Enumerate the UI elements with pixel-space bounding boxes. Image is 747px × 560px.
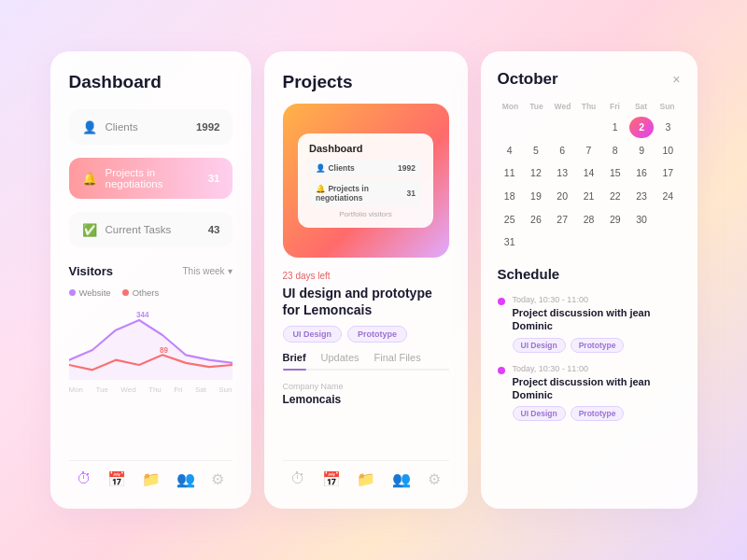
schedule-content-1: Today, 10:30 - 11:00 Project discussion … [513, 295, 681, 353]
company-field-label: Company Name [283, 382, 449, 391]
chevron-down-icon: ▾ [228, 266, 233, 276]
tasks-value: 43 [208, 224, 220, 235]
nav-settings-icon-2[interactable]: ⚙ [428, 470, 441, 488]
cal-date-15[interactable]: 15 [603, 162, 627, 184]
visitors-chart: 344 89 [69, 305, 233, 380]
cal-date-23[interactable]: 23 [629, 186, 654, 207]
chart-labels: Mon Tue Wed Thu Fri Sat Sun [69, 385, 233, 394]
tag-ui-design[interactable]: UI Design [283, 326, 343, 343]
stat-tasks[interactable]: ✅ Current Tasks 43 [69, 212, 233, 247]
cal-date-9[interactable]: 9 [629, 140, 654, 161]
cal-date-21[interactable]: 21 [576, 186, 600, 207]
cal-date-1[interactable]: 1 [603, 117, 627, 138]
schedule-list: Today, 10:30 - 11:00 Project discussion … [498, 295, 681, 421]
visitors-legend: Website Others [69, 287, 233, 298]
nav-timer-icon-2[interactable]: ⏱ [290, 470, 305, 488]
cal-date-19[interactable]: 19 [524, 186, 548, 207]
stat-negotiations[interactable]: 🔔 Projects in negotiations 31 [69, 158, 233, 199]
tasks-label: Current Tasks [106, 224, 201, 235]
projects-card: Projects Dashboard 👤 Clients 1992 🔔 Proj… [264, 51, 468, 509]
cal-date-17[interactable]: 17 [655, 162, 680, 184]
preview-row-negotiations: 🔔 Projects in negotiations 31 [309, 180, 422, 206]
nav-timer-icon[interactable]: ⏱ [77, 470, 92, 488]
close-button[interactable]: × [672, 72, 680, 87]
cal-date-16[interactable]: 16 [629, 162, 654, 184]
cal-date-18[interactable]: 18 [498, 186, 522, 207]
project-preview: Dashboard 👤 Clients 1992 🔔 Projects in n… [283, 104, 449, 258]
preview-inner: Dashboard 👤 Clients 1992 🔔 Projects in n… [298, 133, 433, 228]
visitors-filter[interactable]: This week ▾ [182, 266, 232, 276]
project-tabs: Brief Updates Final Files [283, 352, 449, 371]
cal-date-4[interactable]: 4 [498, 140, 522, 161]
calendar-dates: 1 2 3 4 5 6 7 8 9 10 11 12 13 14 15 16 1… [498, 117, 681, 253]
sched-tag-prototype-1[interactable]: Prototype [571, 338, 625, 353]
projects-title: Projects [283, 72, 449, 92]
cal-date-24[interactable]: 24 [655, 186, 680, 207]
schedule-dot-2 [498, 367, 505, 374]
nav-folder-icon[interactable]: 📁 [142, 470, 161, 488]
stat-clients[interactable]: 👤 Clients 1992 [69, 109, 233, 145]
schedule-name-2: Project discussion with jean Dominic [513, 375, 681, 402]
cal-date-8[interactable]: 8 [603, 140, 627, 161]
legend-others: Others [122, 287, 160, 298]
svg-text:344: 344 [136, 311, 149, 319]
calendar-title: October [498, 70, 558, 89]
schedule-time-2: Today, 10:30 - 11:00 [513, 364, 681, 373]
nav-team-icon-2[interactable]: 👥 [392, 470, 411, 488]
cal-date-6[interactable]: 6 [550, 140, 574, 161]
schedule-item-1: Today, 10:30 - 11:00 Project discussion … [498, 295, 681, 353]
sched-tag-prototype-2[interactable]: Prototype [571, 406, 625, 421]
schedule-tags-1: UI Design Prototype [513, 338, 681, 353]
others-dot [122, 289, 129, 296]
sched-tag-ui-design-2[interactable]: UI Design [513, 406, 566, 421]
tab-brief[interactable]: Brief [283, 352, 306, 369]
nav-folder-icon-2[interactable]: 📁 [357, 470, 375, 488]
cal-date-20[interactable]: 20 [550, 186, 574, 207]
cal-date-7[interactable]: 7 [576, 140, 600, 161]
cal-date-28[interactable]: 28 [576, 209, 600, 231]
sched-tag-ui-design-1[interactable]: UI Design [513, 338, 566, 353]
project-name: UI design and prototype for Lemoncais [283, 285, 449, 318]
website-dot [69, 289, 76, 296]
cal-date-31[interactable]: 31 [498, 231, 522, 253]
company-field-value: Lemoncais [283, 393, 449, 406]
cal-date-26[interactable]: 26 [524, 209, 548, 231]
svg-text:89: 89 [160, 346, 168, 355]
schedule-content-2: Today, 10:30 - 11:00 Project discussion … [513, 364, 681, 422]
cal-date-25[interactable]: 25 [498, 209, 522, 231]
cal-date-3[interactable]: 3 [655, 117, 680, 138]
cal-date-12[interactable]: 12 [524, 162, 548, 184]
nav-settings-icon[interactable]: ⚙ [211, 470, 224, 488]
negotiations-label: Projects in negotiations [106, 167, 201, 189]
chart-svg: 344 89 [69, 305, 233, 380]
cal-date-30[interactable]: 30 [629, 209, 654, 231]
clients-icon: 👤 [81, 119, 98, 135]
clients-value: 1992 [196, 121, 220, 133]
project-tags: UI Design Prototype [283, 326, 449, 343]
nav-team-icon[interactable]: 👥 [176, 470, 195, 488]
schedule-dot-1 [498, 298, 505, 305]
cal-date-10[interactable]: 10 [655, 140, 680, 161]
tab-final-files[interactable]: Final Files [374, 352, 421, 369]
cal-date-22[interactable]: 22 [603, 186, 627, 207]
cal-date-14[interactable]: 14 [576, 162, 600, 184]
preview-row-clients: 👤 Clients 1992 [309, 160, 422, 176]
dashboard-title: Dashboard [69, 72, 233, 92]
negotiations-value: 31 [208, 173, 220, 184]
nav-calendar-icon[interactable]: 📅 [107, 470, 126, 488]
projects-bottom-nav: ⏱ 📅 📁 👥 ⚙ [283, 460, 449, 488]
calendar-grid: Mon Tue Wed Thu Fri Sat Sun 1 2 3 4 5 6 … [498, 102, 681, 253]
cal-date-29[interactable]: 29 [603, 209, 627, 231]
nav-calendar-icon-2[interactable]: 📅 [322, 470, 341, 488]
cal-date-13[interactable]: 13 [550, 162, 574, 184]
cal-date-2-today[interactable]: 2 [629, 117, 654, 138]
schedule-name-1: Project discussion with jean Dominic [513, 306, 681, 333]
tasks-icon: ✅ [81, 221, 98, 238]
cal-date-5[interactable]: 5 [524, 140, 548, 161]
cal-date-27[interactable]: 27 [550, 209, 574, 231]
preview-footer: Portfolio visitors [309, 210, 422, 218]
cal-date-11[interactable]: 11 [498, 162, 522, 184]
clients-label: Clients [106, 121, 189, 133]
tab-updates[interactable]: Updates [321, 352, 359, 369]
tag-prototype[interactable]: Prototype [347, 326, 407, 343]
